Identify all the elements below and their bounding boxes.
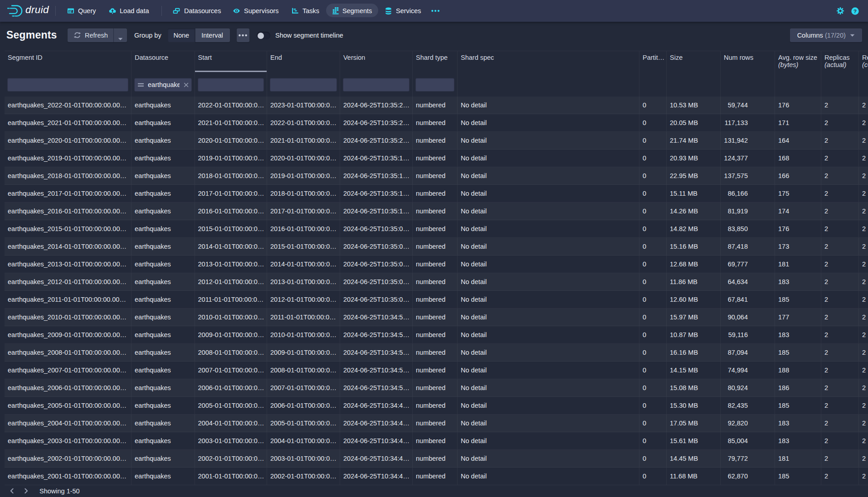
svg-text:?: ? [853,8,857,14]
